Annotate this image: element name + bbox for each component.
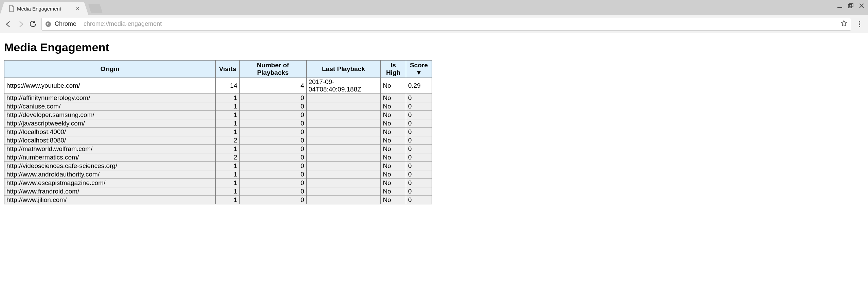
cell-last-playback [306, 128, 381, 136]
table-row: http://videosciences.cafe-sciences.org/1… [4, 162, 432, 170]
cell-origin: http://videosciences.cafe-sciences.org/ [4, 162, 216, 170]
cell-last-playback [306, 153, 381, 162]
cell-score: 0 [406, 119, 432, 128]
cell-visits: 1 [216, 94, 239, 102]
cell-is-high: No [381, 78, 406, 94]
cell-last-playback [306, 111, 381, 119]
cell-origin: https://www.youtube.com/ [4, 78, 216, 94]
page-content: Media Engagement Origin Visits Number of… [0, 33, 868, 208]
cell-score: 0 [406, 162, 432, 170]
cell-playbacks: 0 [239, 136, 306, 145]
cell-is-high: No [381, 170, 406, 179]
cell-score: 0 [406, 102, 432, 111]
close-tab-icon[interactable]: × [76, 5, 79, 12]
cell-is-high: No [381, 162, 406, 170]
cell-origin: http://www.frandroid.com/ [4, 187, 216, 196]
minimize-icon[interactable] [837, 3, 843, 9]
cell-score: 0 [406, 136, 432, 145]
maximize-icon[interactable] [848, 3, 854, 9]
cell-playbacks: 0 [239, 162, 306, 170]
table-row: http://www.jilion.com/10No0 [4, 196, 432, 204]
cell-last-playback [306, 94, 381, 102]
back-button[interactable] [5, 20, 12, 28]
address-bar[interactable]: Chrome chrome://media-engagement [41, 18, 851, 31]
cell-visits: 1 [216, 111, 239, 119]
table-row: http://affinitynumerology.com/10No0 [4, 94, 432, 102]
tab-title: Media Engagement [17, 6, 74, 12]
cell-playbacks: 0 [239, 170, 306, 179]
url-scheme-label: Chrome [55, 20, 80, 28]
close-window-icon[interactable] [858, 3, 865, 9]
cell-visits: 14 [216, 78, 239, 94]
cell-origin: http://affinitynumerology.com/ [4, 94, 216, 102]
cell-playbacks: 0 [239, 196, 306, 204]
cell-origin: http://developer.samsung.com/ [4, 111, 216, 119]
reload-button[interactable] [29, 20, 37, 28]
cell-last-playback [306, 179, 381, 187]
kebab-dot [859, 21, 860, 22]
page-title: Media Engagement [4, 41, 864, 54]
cell-is-high: No [381, 119, 406, 128]
cell-score: 0 [406, 179, 432, 187]
browser-toolbar: Chrome chrome://media-engagement [0, 15, 868, 33]
cell-last-playback [306, 145, 381, 153]
table-row: https://www.youtube.com/1442017-09-04T08… [4, 78, 432, 94]
col-playbacks[interactable]: Number of Playbacks [239, 61, 306, 78]
cell-last-playback [306, 136, 381, 145]
svg-rect-2 [850, 3, 853, 7]
browser-tab[interactable]: Media Engagement × [5, 2, 84, 15]
cell-score: 0.29 [406, 78, 432, 94]
table-row: http://localhost:4000/10No0 [4, 128, 432, 136]
cell-origin: http://numbermatics.com/ [4, 153, 216, 162]
cell-score: 0 [406, 145, 432, 153]
col-origin[interactable]: Origin [4, 61, 216, 78]
cell-score: 0 [406, 111, 432, 119]
cell-visits: 1 [216, 128, 239, 136]
cell-origin: http://localhost:8080/ [4, 136, 216, 145]
cell-visits: 1 [216, 102, 239, 111]
col-visits[interactable]: Visits [216, 61, 239, 78]
table-row: http://mathworld.wolfram.com/10No0 [4, 145, 432, 153]
cell-last-playback [306, 102, 381, 111]
cell-playbacks: 0 [239, 111, 306, 119]
forward-button[interactable] [17, 20, 24, 28]
cell-last-playback [306, 187, 381, 196]
browser-menu-button[interactable] [856, 21, 863, 27]
url-text: chrome://media-engagement [84, 20, 837, 28]
cell-visits: 1 [216, 196, 239, 204]
cell-origin: http://www.jilion.com/ [4, 196, 216, 204]
cell-playbacks: 0 [239, 119, 306, 128]
cell-score: 0 [406, 128, 432, 136]
cell-origin: http://localhost:4000/ [4, 128, 216, 136]
cell-is-high: No [381, 111, 406, 119]
table-row: http://localhost:8080/20No0 [4, 136, 432, 145]
table-row: http://numbermatics.com/20No0 [4, 153, 432, 162]
table-row: http://caniuse.com/10No0 [4, 102, 432, 111]
chrome-icon [45, 21, 51, 27]
new-tab-button[interactable] [88, 4, 103, 13]
col-score[interactable]: Score ▼ [406, 61, 432, 78]
bookmark-star-icon[interactable] [840, 20, 847, 28]
cell-visits: 1 [216, 170, 239, 179]
col-is-high[interactable]: Is High [381, 61, 406, 78]
cell-playbacks: 0 [239, 102, 306, 111]
cell-score: 0 [406, 170, 432, 179]
table-header-row: Origin Visits Number of Playbacks Last P… [4, 61, 432, 78]
cell-last-playback [306, 196, 381, 204]
cell-last-playback: 2017-09-04T08:40:09.188Z [306, 78, 381, 94]
svg-point-7 [48, 23, 49, 24]
table-row: http://www.frandroid.com/10No0 [4, 187, 432, 196]
cell-is-high: No [381, 196, 406, 204]
cell-playbacks: 4 [239, 78, 306, 94]
tab-strip: Media Engagement × [0, 0, 868, 15]
cell-playbacks: 0 [239, 128, 306, 136]
cell-visits: 2 [216, 153, 239, 162]
cell-score: 0 [406, 94, 432, 102]
col-last-playback[interactable]: Last Playback [306, 61, 381, 78]
kebab-dot [859, 23, 860, 25]
cell-is-high: No [381, 94, 406, 102]
cell-last-playback [306, 162, 381, 170]
browser-chrome: Media Engagement × [0, 0, 868, 33]
engagement-table: Origin Visits Number of Playbacks Last P… [4, 60, 432, 204]
cell-last-playback [306, 119, 381, 128]
